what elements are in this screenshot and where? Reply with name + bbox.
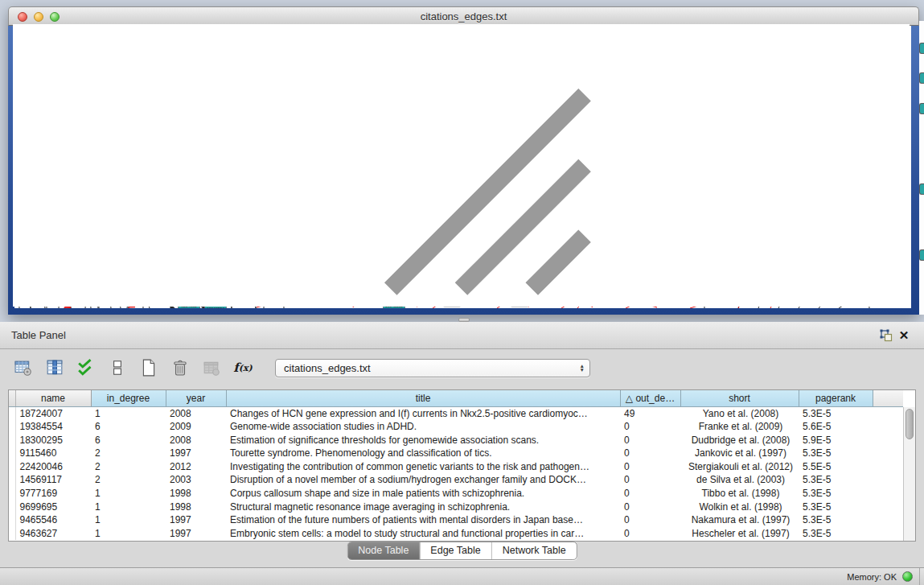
table-cell[interactable]: 5.9E-5 [799, 434, 873, 447]
float-panel-icon[interactable] [877, 328, 895, 344]
table-row[interactable]: 946362711997Embryonic stem cells: a mode… [9, 527, 903, 541]
unselect-rows-icon[interactable] [107, 357, 128, 378]
table-cell[interactable]: 1 [91, 527, 166, 541]
tab-edge-table[interactable]: Edge Table [419, 542, 491, 559]
table-cell[interactable]: 1 [91, 487, 166, 501]
table-cell[interactable]: Embryonic stem cells: a model to study s… [226, 527, 620, 541]
delete-table-icon[interactable] [201, 357, 222, 378]
memory-ok-indicator-icon[interactable] [902, 571, 913, 582]
table-row[interactable]: 977716911998Corpus callosum shape and si… [9, 487, 903, 501]
table-cell[interactable]: 18300295 [15, 434, 91, 447]
table-cell[interactable]: 0 [620, 487, 680, 501]
column-header-year[interactable]: year [166, 390, 226, 406]
table-cell[interactable]: 0 [620, 513, 680, 527]
column-header-pagerank[interactable]: pagerank [799, 390, 873, 406]
table-cell[interactable]: Dudbridge et al. (2008) [680, 434, 799, 447]
new-document-icon[interactable] [138, 357, 159, 378]
table-cell[interactable]: Tourette syndrome. Phenomenology and cla… [226, 447, 620, 460]
table-cell[interactable]: 2 [91, 447, 166, 460]
table-cell[interactable]: 2012 [166, 460, 226, 474]
table-cell[interactable]: 5.3E-5 [799, 473, 873, 487]
table-cell[interactable]: 19384554 [15, 420, 91, 434]
select-all-icon[interactable] [76, 357, 97, 378]
table-cell[interactable]: Investigating the contribution of common… [226, 460, 620, 474]
table-cell[interactable]: 22420046 [15, 460, 91, 474]
table-cell[interactable]: Wolkin et al. (1998) [680, 501, 799, 514]
column-header-name[interactable]: name [15, 390, 91, 406]
close-panel-icon[interactable]: ✕ [895, 328, 913, 344]
table-cell[interactable]: 0 [620, 473, 680, 487]
table-cell[interactable]: Jankovic et al. (1997) [680, 447, 799, 460]
table-scrollbar[interactable] [903, 407, 915, 541]
table-row[interactable]: 1938455462009Genome-wide association stu… [9, 420, 903, 434]
close-button[interactable] [18, 12, 27, 22]
column-header-in_degree[interactable]: in_degree [91, 390, 166, 406]
table-cell[interactable]: 9465546 [15, 513, 91, 527]
table-row[interactable]: 1872400712008Changes of HCN gene express… [9, 406, 903, 420]
table-cell[interactable]: 0 [620, 460, 680, 474]
table-cell[interactable]: 0 [620, 501, 680, 514]
table-cell[interactable]: 1997 [166, 513, 226, 527]
table-cell[interactable]: 2 [91, 460, 166, 474]
table-cell[interactable]: 1997 [166, 447, 226, 460]
table-cell[interactable]: 5.3E-5 [799, 527, 873, 541]
column-header-title[interactable]: title [226, 390, 620, 406]
minimize-button[interactable] [34, 12, 43, 22]
table-cell[interactable]: 5.3E-5 [799, 406, 873, 420]
table-cell[interactable]: 5.3E-5 [799, 447, 873, 460]
table-cell[interactable]: Yano et al. (2008) [680, 406, 799, 420]
table-cell[interactable]: Corpus callosum shape and size in male p… [226, 487, 620, 501]
table-cell[interactable]: de Silva et al. (2003) [680, 473, 799, 487]
table-cell[interactable]: 0 [620, 447, 680, 460]
table-cell[interactable]: Disruption of a novel member of a sodium… [226, 473, 620, 487]
show-column-icon[interactable] [44, 357, 65, 378]
table-cell[interactable]: Estimation of significance thresholds fo… [226, 434, 620, 447]
table-cell[interactable]: Genome-wide association studies in ADHD. [226, 420, 620, 434]
table-cell[interactable]: 2008 [166, 406, 226, 420]
table-settings-icon[interactable] [13, 357, 34, 378]
table-cell[interactable]: 5.3E-5 [799, 487, 873, 501]
table-cell[interactable]: Tibbo et al. (1998) [680, 487, 799, 501]
table-source-dropdown[interactable]: citations_edges.txt ▲▼ [275, 359, 590, 377]
table-cell[interactable]: 1 [91, 513, 166, 527]
table-cell[interactable]: 1 [91, 501, 166, 514]
table-cell[interactable]: Franke et al. (2009) [680, 420, 799, 434]
table-cell[interactable]: 49 [620, 406, 680, 420]
table-cell[interactable]: 5.6E-5 [799, 420, 873, 434]
network-window-titlebar[interactable]: citations_edges.txt [8, 6, 919, 26]
table-cell[interactable]: 18724007 [15, 406, 91, 420]
column-header-short[interactable]: short [680, 390, 799, 406]
table-cell[interactable]: 14569117 [15, 473, 91, 487]
table-cell[interactable]: Estimation of the future numbers of pati… [226, 513, 620, 527]
table-cell[interactable]: Structural magnetic resonance image aver… [226, 501, 620, 514]
table-row[interactable]: 2242004622012Investigating the contribut… [9, 460, 903, 474]
table-cell[interactable]: 1998 [166, 501, 226, 514]
table-cell[interactable]: 0 [620, 434, 680, 447]
table-cell[interactable]: 9699695 [15, 501, 91, 514]
table-cell[interactable]: 1997 [166, 527, 226, 541]
delete-rows-icon[interactable] [170, 357, 191, 378]
table-cell[interactable]: 0 [620, 527, 680, 541]
table-cell[interactable]: 2009 [166, 420, 226, 434]
table-cell[interactable]: 2008 [166, 434, 226, 447]
table-cell[interactable]: Stergiakouli et al. (2012) [680, 460, 799, 474]
tab-network-table[interactable]: Network Table [491, 542, 577, 559]
tab-node-table[interactable]: Node Table [347, 542, 419, 559]
table-cell[interactable]: 6 [91, 420, 166, 434]
window-resize-grip[interactable] [13, 24, 910, 307]
table-cell[interactable]: Changes of HCN gene expression and I(f) … [226, 406, 620, 420]
table-cell[interactable]: 9463627 [15, 527, 91, 541]
table-row[interactable]: 969969511998Structural magnetic resonanc… [9, 501, 903, 514]
table-cell[interactable]: 5.3E-5 [799, 501, 873, 514]
table-row[interactable]: 1456911722003Disruption of a novel membe… [9, 473, 903, 487]
scrollbar-thumb[interactable] [906, 409, 914, 439]
table-cell[interactable]: 1998 [166, 487, 226, 501]
table-cell[interactable]: 2 [91, 473, 166, 487]
function-builder-icon[interactable]: f(x) [232, 357, 253, 378]
table-cell[interactable]: 6 [91, 434, 166, 447]
table-cell[interactable]: 0 [620, 420, 680, 434]
table-cell[interactable]: 5.5E-5 [799, 460, 873, 474]
column-header-out_de[interactable]: △ out_de… [620, 390, 680, 406]
table-panel-titlebar[interactable]: Table Panel ✕ [0, 322, 924, 349]
table-cell[interactable]: Nakamura et al. (1997) [680, 513, 799, 527]
